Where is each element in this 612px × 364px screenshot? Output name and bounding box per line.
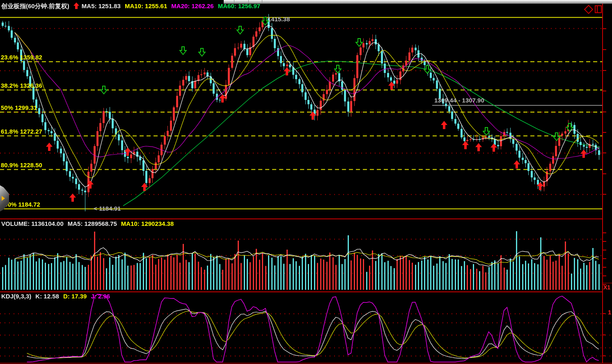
kdj-axis-label: 1 [608,309,611,316]
unit-box-line [602,283,612,283]
instrument-title: 创业板指(60分钟.前复权) [1,2,69,9]
ma20-value-label: MA20: 1262.26 [171,2,213,9]
volume-ma10-label: MA10: 1290234.38 [121,220,174,227]
sell-signal-arrow [261,16,269,26]
buy-signal-arrow [513,160,520,169]
sell-signal-arrow [553,132,560,141]
buy-signal-arrow [537,182,543,191]
volume-header: VOLUME: 1136104.00MA5: 1289568.75MA10: 1… [1,220,178,227]
buy-signal-arrow [462,141,469,150]
buy-signal-arrow [491,143,497,152]
buy-signal-arrow [219,94,226,103]
ma5-value-label: MA5: 1251.83 [82,2,121,9]
fib-level-label: 80.9% 1228.50 [1,162,42,168]
main-chart-header: 创业板指(60分钟.前复权)MA5: 1251.83MA10: 1255.61M… [1,2,264,10]
buy-signal-arrow [284,67,290,76]
ma60-value-label: MA60: 1256.97 [218,2,260,9]
sell-signal-arrow [355,38,363,47]
sell-signal-arrow [179,46,187,55]
window-top-strip [224,0,612,4]
sell-signal-arrow [483,127,490,136]
kdj-j-label: J: 2.96 [91,293,110,300]
kdj-k-label: K: 12.58 [35,293,59,300]
main-volume-separator [0,218,603,219]
low-price-label: < 1184.91 [94,205,121,212]
buy-signal-arrow [46,143,53,151]
volume-ma5-label: MA5: 1289568.75 [68,220,117,227]
buy-signal-arrow [441,121,447,130]
split-window-icon[interactable] [595,5,602,13]
sell-signal-arrow [100,85,108,95]
trading-app-window: 创业板指(60分钟.前复权)MA5: 1251.83MA10: 1255.61M… [0,0,612,364]
buy-signal-arrow [580,150,587,158]
fib-level-label: 23.6% 1359.82 [1,54,42,61]
buy-signal-arrow [388,82,395,90]
buy-signal-arrow [69,193,76,202]
fib-level-label: 50% 1299.31 [1,104,37,111]
kdj-title: KDJ(9,3,3) [1,293,31,300]
fib-level-label: 61.8% 1272.27 [1,128,42,135]
high-price-label: 1415.38 [268,16,290,23]
sell-signal-arrow [424,65,431,74]
buy-signal-arrow [87,180,94,189]
sell-signal-arrow [198,48,206,57]
right-axis-border [602,3,603,363]
kdj-d-label: D: 17.39 [63,293,87,300]
expand-right-icon [2,196,5,201]
sell-signal-arrow [334,64,342,74]
volume-value-label: VOLUME: 1136104.00 [1,220,64,227]
fib-level-label: 38.2% 1326.36 [1,82,42,89]
buy-signal-arrow [124,148,131,156]
buy-signal-arrow [141,183,148,191]
buy-signal-arrow [475,143,482,152]
volume-unit-label: X1 [603,284,610,291]
ma10-value-label: MA10: 1255.61 [125,2,167,9]
buy-signal-arrow [309,111,316,120]
kdj-header: KDJ(9,3,3)K: 12.58D: 17.39J: 2.96 [1,293,114,300]
up-arrow-icon [73,2,79,9]
sell-signal-arrow [566,123,573,132]
sell-signal-arrow [236,25,244,35]
bottom-border [0,363,612,364]
gap-range-label: 1309.44 - 1307.90 [434,97,484,104]
volume-kdj-separator [0,291,603,292]
